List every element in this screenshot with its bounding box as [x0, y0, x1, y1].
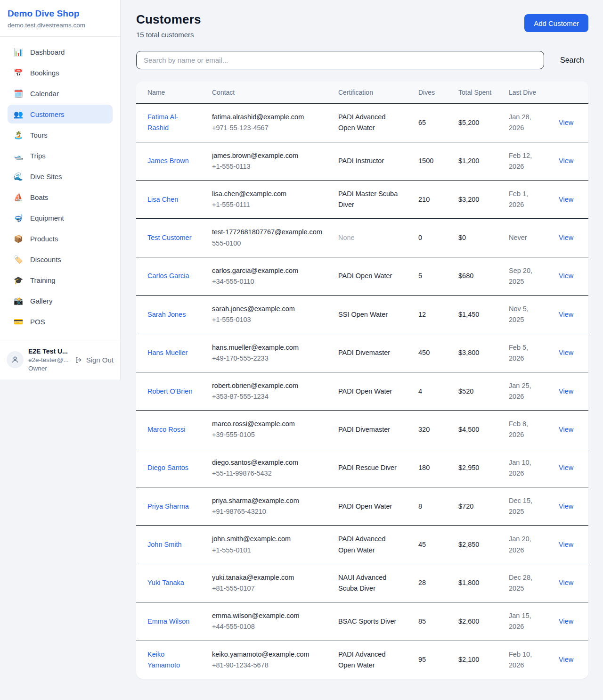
avatar [7, 351, 24, 368]
table-row: Priya Sharma priya.sharma@example.com +9… [136, 487, 588, 526]
bookings-icon: 📅 [13, 68, 24, 77]
customer-last-dive: Jan 15, 2026 [509, 612, 531, 630]
user-icon [11, 355, 19, 364]
sidebar-item-gallery[interactable]: 📸Gallery [8, 291, 113, 310]
customer-name-link[interactable]: Keiko Yamamoto [147, 651, 180, 669]
sidebar-item-bookings[interactable]: 📅Bookings [8, 63, 113, 82]
customer-total-spent: $1,800 [458, 579, 479, 586]
customer-name-link[interactable]: Yuki Tanaka [147, 579, 184, 586]
sidebar-item-label: POS [30, 318, 45, 326]
sidebar-item-dive-sites[interactable]: 🌊Dive Sites [8, 167, 113, 186]
customer-certification: PADI Divemaster [338, 426, 390, 433]
customer-name-link[interactable]: Carlos Garcia [147, 272, 189, 280]
table-row: Lisa Chen lisa.chen@example.com +1-555-0… [136, 181, 588, 219]
view-link[interactable]: View [559, 618, 573, 625]
search-input[interactable] [136, 51, 544, 69]
customer-name-link[interactable]: James Brown [147, 157, 189, 165]
customer-name-link[interactable]: Fatima Al-Rashid [147, 113, 178, 132]
view-link[interactable]: View [559, 656, 573, 663]
page-subtitle: 15 total customers [136, 31, 201, 39]
customer-dives: 85 [418, 618, 426, 625]
customer-name-link[interactable]: Sarah Jones [147, 311, 186, 318]
view-link[interactable]: View [559, 311, 573, 318]
view-link[interactable]: View [559, 272, 573, 280]
table-row: Robert O'Brien robert.obrien@example.com… [136, 372, 588, 410]
customer-dives: 1500 [418, 157, 433, 165]
view-link[interactable]: View [559, 502, 573, 510]
customer-name-link[interactable]: Marco Rossi [147, 426, 186, 433]
customer-total-spent: $680 [458, 272, 473, 280]
column-header: Last Dive [501, 82, 551, 104]
sidebar-item-dashboard[interactable]: 📊Dashboard [8, 42, 113, 61]
sidebar-item-training[interactable]: 🎓Training [8, 271, 113, 289]
sidebar-item-boats[interactable]: ⛵Boats [8, 188, 113, 206]
search-button[interactable]: Search [560, 56, 584, 65]
customer-email: emma.wilson@example.com [212, 610, 323, 621]
view-link[interactable]: View [559, 349, 573, 356]
table-row: Fatima Al-Rashid fatima.alrashid@example… [136, 104, 588, 142]
customer-dives: 45 [418, 541, 426, 548]
view-link[interactable]: View [559, 119, 573, 126]
sidebar-item-label: Trips [30, 152, 46, 160]
view-link[interactable]: View [559, 157, 573, 165]
customer-name-link[interactable]: Robert O'Brien [147, 387, 192, 395]
sidebar-item-customers[interactable]: 👥Customers [8, 105, 113, 124]
table-row: Yuki Tanaka yuki.tanaka@example.com +81-… [136, 564, 588, 602]
view-link[interactable]: View [559, 196, 573, 203]
view-link[interactable]: View [559, 426, 573, 433]
view-link[interactable]: View [559, 234, 573, 241]
customer-email: keiko.yamamoto@example.com [212, 649, 323, 660]
products-icon: 📦 [13, 234, 24, 243]
customer-phone: +81-555-0107 [212, 583, 323, 594]
customers-table-card: NameContactCertificationDivesTotal Spent… [136, 82, 588, 679]
customer-certification: PADI Advanced Open Water [338, 535, 386, 553]
customer-phone: +1-555-0113 [212, 161, 323, 172]
sidebar-item-label: Training [30, 276, 56, 284]
add-customer-button[interactable]: Add Customer [524, 14, 588, 32]
view-link[interactable]: View [559, 579, 573, 586]
training-icon: 🎓 [13, 276, 24, 285]
customer-email: john.smith@example.com [212, 534, 323, 544]
column-header: Certification [331, 82, 411, 104]
sidebar-item-label: Discounts [30, 255, 61, 264]
view-link[interactable]: View [559, 464, 573, 471]
table-row: Keiko Yamamoto keiko.yamamoto@example.co… [136, 641, 588, 679]
customer-email: sarah.jones@example.com [212, 304, 323, 314]
discounts-icon: 🏷️ [13, 255, 24, 264]
sidebar-item-calendar[interactable]: 🗓️Calendar [8, 84, 113, 103]
customer-name-link[interactable]: Priya Sharma [147, 502, 189, 510]
page-title-block: Customers 15 total customers [136, 12, 201, 39]
sidebar-item-pos[interactable]: 💳POS [8, 312, 113, 331]
customer-dives: 5 [418, 272, 422, 280]
customer-phone: +44-555-0108 [212, 621, 323, 632]
sidebar-item-products[interactable]: 📦Products [8, 229, 113, 248]
customer-last-dive: Dec 15, 2025 [509, 497, 532, 515]
table-row: James Brown james.brown@example.com +1-5… [136, 142, 588, 180]
table-row: Carlos Garcia carlos.garcia@example.com … [136, 257, 588, 295]
customer-phone: +1-555-0111 [212, 199, 323, 210]
customer-name-link[interactable]: Hans Mueller [147, 349, 187, 356]
sidebar-item-tours[interactable]: 🏝️Tours [8, 125, 113, 144]
customer-total-spent: $0 [458, 234, 466, 241]
sidebar-item-trips[interactable]: 🛥️Trips [8, 146, 113, 165]
customer-name-link[interactable]: John Smith [147, 541, 182, 548]
column-header: Total Spent [451, 82, 501, 104]
customer-name-link[interactable]: Lisa Chen [147, 196, 178, 203]
sidebar-item-discounts[interactable]: 🏷️Discounts [8, 250, 113, 269]
customer-phone: +81-90-1234-5678 [212, 660, 323, 671]
customer-phone: 555-0100 [212, 238, 323, 249]
customer-email: james.brown@example.com [212, 150, 323, 161]
sidebar-item-label: Calendar [30, 90, 59, 98]
shop-title: Demo Dive Shop [8, 8, 113, 19]
sidebar-item-label: Gallery [30, 297, 53, 305]
sign-out-button[interactable]: Sign Out [75, 356, 114, 364]
customer-name-link[interactable]: Test Customer [147, 234, 191, 241]
customer-last-dive: Jan 10, 2026 [509, 459, 531, 477]
view-link[interactable]: View [559, 387, 573, 395]
customer-email: robert.obrien@example.com [212, 380, 323, 391]
customer-name-link[interactable]: Emma Wilson [147, 618, 189, 625]
view-link[interactable]: View [559, 541, 573, 548]
customer-name-link[interactable]: Diego Santos [147, 464, 188, 471]
sidebar-item-equipment[interactable]: 🤿Equipment [8, 208, 113, 227]
table-row: Hans Mueller hans.mueller@example.com +4… [136, 334, 588, 372]
